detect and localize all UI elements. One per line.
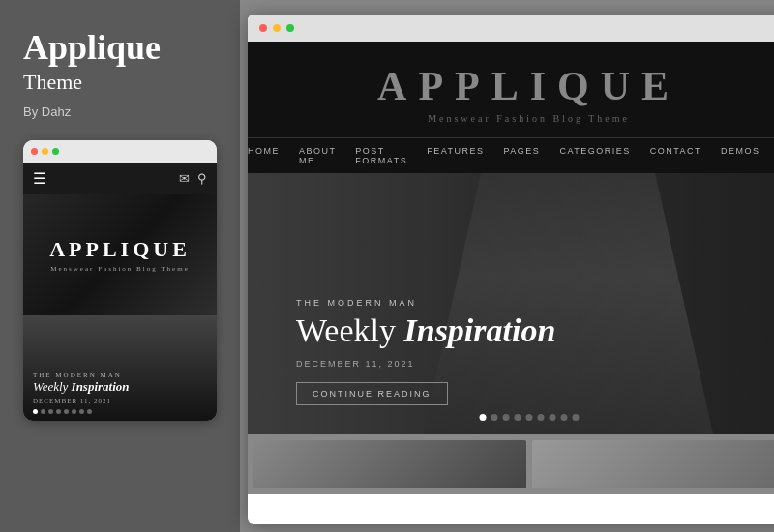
- hero-category: THE MODERN MAN: [296, 298, 585, 308]
- nav-categories[interactable]: CATEGORIES: [559, 146, 630, 165]
- mobile-slider-dot-2: [41, 409, 45, 414]
- mobile-nav-icons: ✉ ⚲: [179, 171, 207, 187]
- mobile-tagline: Menswear Fashion Blog Theme: [50, 265, 190, 273]
- hero-dot-9[interactable]: [572, 414, 579, 421]
- right-panel: APPLIQUE Menswear Fashion Blog Theme HOM…: [240, 0, 774, 532]
- hero-dots: [479, 414, 579, 421]
- hero-title-regular: Weekly: [296, 312, 404, 348]
- browser-window: APPLIQUE Menswear Fashion Blog Theme HOM…: [248, 15, 774, 524]
- site-logo: APPLIQUE: [248, 63, 774, 109]
- nav-features[interactable]: FEATURES: [427, 146, 484, 165]
- hero-dot-5[interactable]: [525, 414, 532, 421]
- mobile-slider: THE MODERN MAN Weekly Inspiration DECEMB…: [23, 315, 217, 421]
- site-tagline: Menswear Fashion Blog Theme: [248, 113, 774, 124]
- mobile-preview: ☰ ✉ ⚲ APPLIQUE Menswear Fashion Blog The…: [23, 140, 217, 421]
- hero-dot-2[interactable]: [491, 414, 497, 421]
- mobile-slider-dot-8: [87, 409, 92, 414]
- mobile-slider-dot-5: [64, 409, 69, 414]
- mobile-dot-red: [31, 148, 38, 155]
- hero-slider: THE MODERN MAN Weekly Inspiration DECEMB…: [248, 173, 774, 434]
- theme-name: Applique: [23, 29, 217, 68]
- browser-chrome: [248, 15, 774, 42]
- nav-about[interactable]: ABOUT ME: [299, 146, 336, 165]
- thumbnail-2[interactable]: [532, 440, 774, 488]
- browser-dot-red: [259, 24, 267, 32]
- hero-title-bold: Inspiration: [404, 312, 556, 348]
- hero-date: DECEMBER 11, 2021: [296, 359, 585, 369]
- mobile-slider-date: DECEMBER 11, 2021: [33, 398, 207, 405]
- search-icon[interactable]: ⚲: [197, 171, 207, 187]
- email-icon[interactable]: ✉: [179, 171, 190, 187]
- browser-dot-yellow: [273, 24, 281, 32]
- hero-dot-1[interactable]: [479, 414, 486, 421]
- mobile-slider-dot-3: [48, 409, 53, 414]
- mobile-slider-dot-7: [79, 409, 84, 414]
- nav-pages[interactable]: PAGES: [504, 146, 541, 165]
- browser-dot-green: [286, 24, 294, 32]
- nav-post-formats[interactable]: POST FORMATS: [355, 146, 407, 165]
- nav-home[interactable]: HOME: [248, 146, 280, 165]
- mobile-dot-green: [52, 148, 59, 155]
- mobile-slider-dot-6: [72, 409, 76, 414]
- hero-dot-4[interactable]: [514, 414, 521, 421]
- site-nav: HOME ABOUT ME POST FORMATS FEATURES PAGE…: [248, 137, 774, 173]
- left-sidebar: Applique Theme By Dahz ☰ ✉ ⚲ APPLIQUE Me…: [0, 0, 240, 532]
- mobile-slider-title-bold: Inspiration: [72, 379, 130, 394]
- hero-dot-8[interactable]: [560, 414, 567, 421]
- site-header: APPLIQUE Menswear Fashion Blog Theme: [248, 42, 774, 137]
- hamburger-icon[interactable]: ☰: [33, 169, 46, 188]
- mobile-slider-category: THE MODERN MAN: [33, 371, 207, 379]
- mobile-slider-dot-1: [33, 409, 38, 414]
- mobile-dot-yellow: [42, 148, 48, 155]
- nav-demos[interactable]: DEMOS: [721, 146, 760, 165]
- mobile-dots-bar: [23, 140, 217, 163]
- mobile-nav-bar: ☰ ✉ ⚲: [23, 163, 217, 194]
- theme-label: Theme: [23, 70, 217, 95]
- hero-dot-7[interactable]: [549, 414, 555, 421]
- hero-dot-3[interactable]: [502, 414, 509, 421]
- thumbnail-1[interactable]: [253, 440, 526, 488]
- theme-author: By Dahz: [23, 104, 217, 119]
- continue-reading-button[interactable]: CONTINUE READING: [296, 382, 448, 405]
- mobile-slider-text: THE MODERN MAN Weekly Inspiration DECEMB…: [23, 371, 217, 414]
- mobile-slider-title-regular: Weekly: [33, 379, 72, 394]
- mobile-slider-dot-4: [56, 409, 61, 414]
- thumbnails-row: [248, 434, 774, 494]
- hero-title: Weekly Inspiration: [296, 311, 585, 351]
- mobile-logo: APPLIQUE: [49, 237, 191, 262]
- mobile-hero: APPLIQUE Menswear Fashion Blog Theme: [23, 194, 217, 315]
- mobile-slider-title: Weekly Inspiration: [33, 379, 207, 396]
- nav-contact[interactable]: CONTACT: [650, 146, 701, 165]
- mobile-slider-dots: [33, 409, 207, 414]
- hero-dot-6[interactable]: [537, 414, 544, 421]
